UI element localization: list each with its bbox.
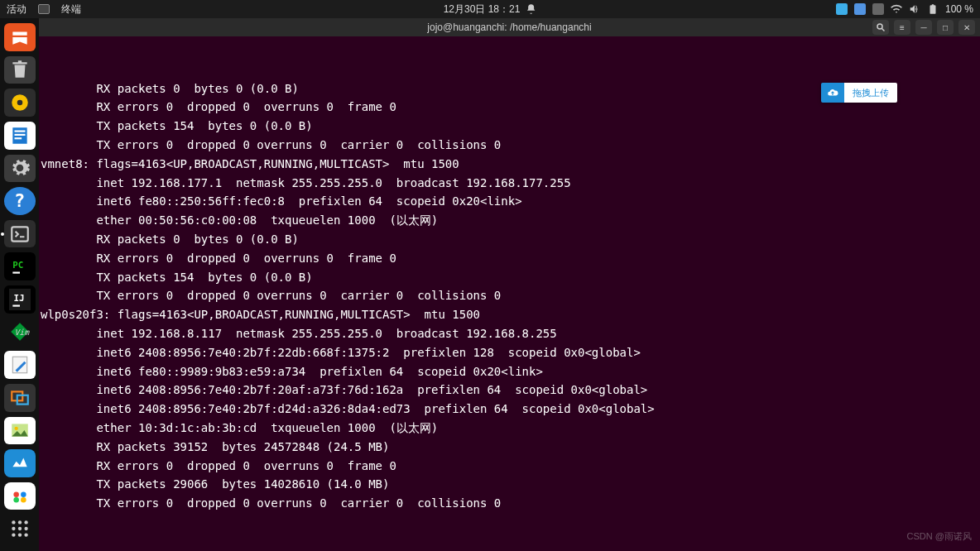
svg-point-37 — [24, 534, 27, 537]
terminal-line: vmnet8: flags=4163<UP,BROADCAST,RUNNING,… — [41, 155, 975, 174]
dock-libreoffice-writer[interactable] — [4, 122, 36, 150]
activities-button[interactable]: 活动 — [7, 2, 26, 17]
svg-text:IJ: IJ — [13, 293, 24, 304]
terminal-line: TX errors 0 dropped 0 overruns 0 carrier… — [41, 286, 975, 305]
current-app-label[interactable]: 终端 — [61, 2, 81, 17]
terminal-line: TX packets 154 bytes 0 (0.0 B) — [41, 268, 975, 287]
svg-line-4 — [882, 29, 885, 31]
svg-rect-9 — [14, 134, 25, 136]
search-button[interactable] — [872, 20, 889, 35]
svg-point-31 — [24, 520, 27, 524]
wifi-icon[interactable] — [891, 3, 902, 15]
battery-percent: 100 % — [945, 3, 973, 15]
window-titlebar: jojo@huanganchi: /home/huanganchi ≡ ─ □ … — [39, 18, 980, 36]
terminal-viewport[interactable]: RX packets 0 bytes 0 (0.0 B) RX errors 0… — [39, 36, 980, 551]
svg-point-25 — [13, 491, 19, 497]
svg-rect-14 — [12, 272, 20, 274]
maximize-button[interactable]: □ — [937, 20, 954, 35]
dock-help[interactable]: ? — [4, 187, 36, 215]
svg-point-35 — [12, 534, 15, 537]
terminal-line: inet6 fe80::250:56ff:fec0:8 prefixlen 64… — [41, 192, 975, 211]
terminal-line: inet 192.168.8.117 netmask 255.255.255.0… — [41, 324, 975, 343]
svg-point-33 — [17, 527, 21, 530]
terminal-line: inet6 2408:8956:7e40:2b7f:d24d:a326:8da4… — [41, 400, 975, 419]
dock-ubuntu-software[interactable] — [4, 23, 36, 51]
terminal-line: RX errors 0 dropped 0 overruns 0 frame 0 — [41, 457, 975, 476]
dock-vim[interactable]: Vim — [4, 319, 36, 347]
svg-point-6 — [17, 100, 22, 106]
svg-rect-10 — [14, 137, 22, 139]
terminal-line: TX errors 0 dropped 0 overruns 0 carrier… — [41, 494, 975, 513]
dock-terminal[interactable] — [4, 220, 36, 248]
terminal-output: RX packets 0 bytes 0 (0.0 B) RX errors 0… — [41, 79, 975, 513]
svg-point-24 — [14, 427, 17, 430]
svg-point-34 — [24, 527, 27, 530]
terminal-line: inet6 2408:8956:7e40:2b7f:20af:a73f:76d:… — [41, 381, 975, 400]
svg-point-26 — [21, 491, 26, 497]
svg-rect-2 — [872, 3, 884, 15]
svg-point-3 — [877, 24, 882, 29]
svg-point-36 — [17, 534, 21, 537]
terminal-line: inet6 2408:8956:7e40:2b7f:22db:668f:1375… — [41, 343, 975, 362]
volume-icon[interactable] — [909, 3, 920, 15]
show-applications-button[interactable] — [4, 515, 36, 543]
svg-text:PC: PC — [12, 260, 23, 271]
terminal-line: TX packets 29066 bytes 14028610 (14.0 MB… — [41, 475, 975, 494]
svg-rect-11 — [12, 227, 28, 241]
minimize-button[interactable]: ─ — [915, 20, 932, 35]
svg-rect-8 — [14, 130, 25, 132]
terminal-line: ether 00:50:56:c0:00:08 txqueuelen 1000 … — [41, 211, 975, 230]
terminal-line: TX packets 154 bytes 0 (0.0 B) — [41, 117, 975, 136]
svg-point-27 — [13, 497, 19, 503]
svg-text:Vim: Vim — [14, 328, 30, 338]
tray-app-1-icon[interactable] — [836, 3, 848, 15]
watermark: CSDN @雨诺风 — [907, 530, 972, 543]
terminal-line: RX errors 0 dropped 0 overruns 0 frame 0 — [41, 249, 975, 268]
menu-button[interactable]: ≡ — [894, 20, 910, 35]
svg-rect-17 — [12, 304, 20, 306]
terminal-line: inet 192.168.177.1 netmask 255.255.255.0… — [41, 174, 975, 193]
dock-trash[interactable] — [4, 56, 36, 84]
battery-icon[interactable] — [927, 3, 939, 15]
dock-text-editor[interactable] — [4, 351, 36, 379]
dock-rhythmbox[interactable] — [4, 89, 36, 117]
dock: ? PC IJ Vim — [0, 18, 39, 551]
upload-widget[interactable]: 拖拽上传 — [821, 83, 897, 103]
top-bar: 活动 终端 12月30日 18：21 100 % — [0, 0, 980, 18]
terminal-line: ether 10:3d:1c:ab:3b:cd txqueuelen 1000 … — [41, 419, 975, 438]
terminal-line: inet6 fe80::9989:9b83:e59:a734 prefixlen… — [41, 362, 975, 381]
svg-rect-1 — [854, 3, 866, 15]
dock-baidu-disk[interactable] — [4, 482, 36, 510]
notification-icon[interactable] — [525, 3, 536, 15]
window-title: jojo@huanganchi: /home/huanganchi — [427, 22, 591, 33]
svg-rect-0 — [836, 3, 848, 15]
terminal-line: wlp0s20f3: flags=4163<UP,BROADCAST,RUNNI… — [41, 305, 975, 324]
terminal-line: TX errors 0 dropped 0 overruns 0 carrier… — [41, 136, 975, 155]
dock-image-viewer[interactable] — [4, 417, 36, 445]
svg-point-30 — [17, 520, 21, 524]
dock-vmware[interactable] — [4, 384, 36, 412]
tray-app-2-icon[interactable] — [854, 3, 866, 15]
svg-rect-20 — [12, 357, 26, 373]
clock-datetime[interactable]: 12月30日 18：21 — [444, 2, 521, 17]
svg-point-32 — [12, 527, 15, 530]
upload-label: 拖拽上传 — [844, 83, 897, 103]
dock-meeting[interactable] — [4, 449, 36, 477]
terminal-indicator-icon — [38, 4, 50, 14]
tray-app-3-icon[interactable] — [872, 3, 884, 15]
terminal-line: RX packets 39152 bytes 24572848 (24.5 MB… — [41, 438, 975, 457]
terminal-line: RX packets 0 bytes 0 (0.0 B) — [41, 230, 975, 249]
dock-intellij[interactable]: IJ — [4, 285, 36, 314]
svg-point-29 — [12, 520, 15, 524]
dock-pycharm[interactable]: PC — [4, 252, 36, 280]
svg-point-28 — [21, 497, 26, 503]
dock-settings[interactable] — [4, 155, 36, 183]
cloud-upload-icon — [821, 83, 844, 103]
close-button[interactable]: ✕ — [958, 20, 975, 35]
